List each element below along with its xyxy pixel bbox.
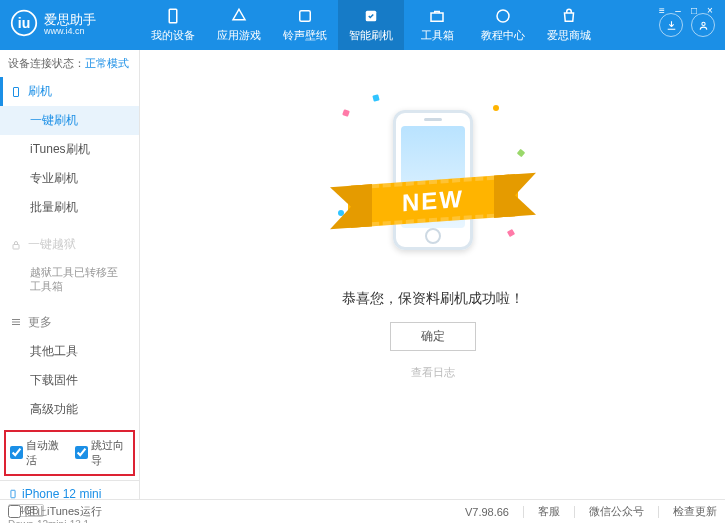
sidebar-item-advanced[interactable]: 高级功能 [0, 395, 139, 424]
svg-rect-10 [11, 490, 15, 498]
titlebar: iu 爱思助手 www.i4.cn 我的设备 应用游戏 铃声壁纸 智能刷机 工具… [0, 0, 725, 50]
nav-my-device[interactable]: 我的设备 [140, 0, 206, 50]
sidebar-item-firmware[interactable]: 下载固件 [0, 366, 139, 395]
checkbox-block-itunes[interactable]: 阻止iTunes运行 [8, 504, 102, 519]
svg-rect-3 [300, 11, 311, 22]
svg-rect-2 [169, 9, 177, 23]
new-ribbon: NEW [348, 174, 518, 228]
nav-tutorials[interactable]: 教程中心 [470, 0, 536, 50]
group-more[interactable]: 更多 [0, 308, 139, 337]
svg-point-7 [701, 22, 704, 25]
support-link[interactable]: 客服 [538, 504, 560, 519]
close-icon[interactable]: × [703, 4, 717, 16]
footer: 阻止iTunes运行 V7.98.66 客服 微信公众号 检查更新 [0, 499, 725, 523]
nav-store[interactable]: 爱思商城 [536, 0, 602, 50]
app-name: 爱思助手 [44, 13, 96, 27]
maximize-icon[interactable]: □ [687, 4, 701, 16]
sidebar: 设备连接状态：正常模式 刷机 一键刷机 iTunes刷机 专业刷机 批量刷机 一… [0, 50, 140, 499]
menu-icon [10, 316, 22, 328]
svg-rect-8 [14, 87, 19, 96]
sidebar-item-other[interactable]: 其他工具 [0, 337, 139, 366]
minimize-icon[interactable]: – [671, 4, 685, 16]
logo: iu 爱思助手 www.i4.cn [10, 9, 140, 41]
success-message: 恭喜您，保资料刷机成功啦！ [342, 290, 524, 308]
svg-rect-5 [431, 13, 443, 21]
main-nav: 我的设备 应用游戏 铃声壁纸 智能刷机 工具箱 教程中心 爱思商城 [140, 0, 659, 50]
app-url: www.i4.cn [44, 27, 96, 37]
nav-tools[interactable]: 工具箱 [404, 0, 470, 50]
checkbox-skip-guide[interactable]: 跳过向导 [75, 438, 130, 468]
wechat-link[interactable]: 微信公众号 [589, 504, 644, 519]
check-update-link[interactable]: 检查更新 [673, 504, 717, 519]
options-highlight: 自动激活 跳过向导 [4, 430, 135, 476]
group-jailbreak[interactable]: 一键越狱 [0, 230, 139, 259]
phone-icon [10, 85, 22, 99]
nav-flash[interactable]: 智能刷机 [338, 0, 404, 50]
sidebar-item-itunes[interactable]: iTunes刷机 [0, 135, 139, 164]
download-icon[interactable] [659, 13, 683, 37]
nav-apps[interactable]: 应用游戏 [206, 0, 272, 50]
sidebar-item-pro[interactable]: 专业刷机 [0, 164, 139, 193]
checkbox-auto-activate[interactable]: 自动激活 [10, 438, 65, 468]
group-flash[interactable]: 刷机 [0, 77, 139, 106]
svg-text:iu: iu [18, 15, 30, 31]
sidebar-item-onekey[interactable]: 一键刷机 [0, 106, 139, 135]
main-content: NEW 恭喜您，保资料刷机成功啦！ 确定 查看日志 [140, 50, 725, 499]
lock-icon [10, 239, 22, 251]
view-log-link[interactable]: 查看日志 [411, 365, 455, 380]
sidebar-item-batch[interactable]: 批量刷机 [0, 193, 139, 222]
nav-ringtones[interactable]: 铃声壁纸 [272, 0, 338, 50]
svg-point-6 [497, 10, 509, 22]
toolbox-icon[interactable]: ≡ [655, 4, 669, 16]
user-icon[interactable] [691, 13, 715, 37]
svg-rect-9 [13, 244, 19, 249]
device-status: 设备连接状态：正常模式 [0, 50, 139, 77]
jailbreak-note: 越狱工具已转移至 工具箱 [0, 259, 139, 300]
logo-icon: iu [10, 9, 38, 41]
success-illustration: NEW [333, 90, 533, 260]
version-label: V7.98.66 [465, 506, 509, 518]
ok-button[interactable]: 确定 [390, 322, 476, 351]
